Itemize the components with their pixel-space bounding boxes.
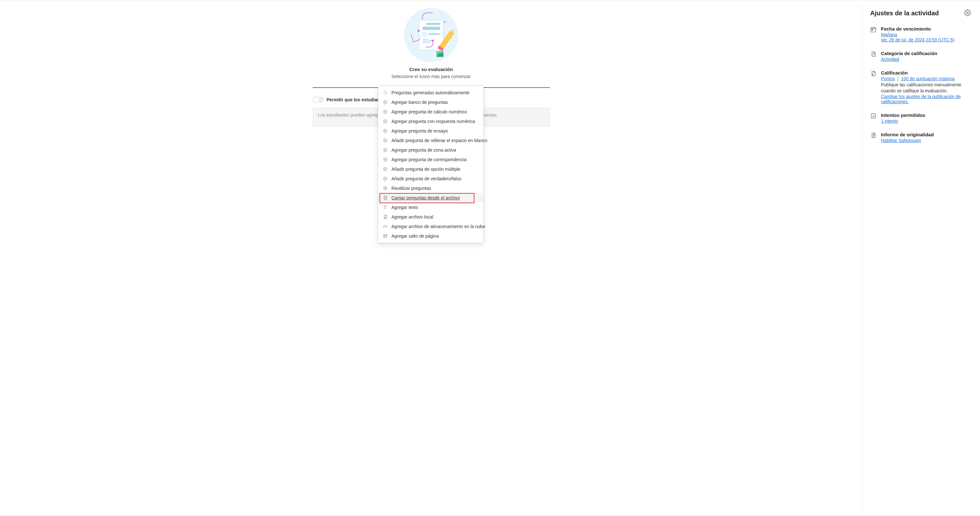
- menu-item-label: Agregar pregunta de cálculo numérico: [391, 109, 467, 114]
- plus-circle-icon: [383, 138, 388, 143]
- menu-item-label: Preguntas generadas automáticamente: [391, 90, 469, 95]
- menu-item-label: Agregar pregunta de zona activa: [391, 148, 456, 153]
- svg-point-11: [967, 12, 969, 14]
- content-area: ✓ Permitir que los estudiantes agreguen …: [313, 87, 550, 127]
- menu-item-tf[interactable]: Añadir pregunta de verdadero/falso: [378, 174, 483, 183]
- attempts-section: Intentos permitidos 1 intento: [870, 112, 971, 124]
- menu-item-hotspot[interactable]: Agregar pregunta de zona activa: [378, 145, 483, 155]
- menu-item-label: Agregar salto de página: [391, 234, 439, 239]
- cloud-icon: [383, 224, 388, 229]
- due-date-full-link[interactable]: vie. 26 de jul. de 2024 23:59 (UTC-5): [881, 37, 954, 42]
- due-date-label: Fecha de vencimiento: [881, 26, 971, 32]
- menu-item-pagebreak[interactable]: Agregar salto de página: [378, 231, 483, 241]
- menu-item-cloudfile[interactable]: Agregar archivo de almacenamiento en la …: [378, 222, 483, 231]
- menu-item-label: Añadir pregunta de verdadero/falso: [391, 176, 461, 181]
- text-icon: [383, 205, 388, 210]
- main-area: Abc Cree su evaluación Seleccione el íco…: [0, 3, 862, 516]
- menu-item-localfile[interactable]: Agregar archivo local: [378, 212, 483, 222]
- menu-item-label: Cargar preguntas desde el archivo: [391, 195, 460, 200]
- grading-max-link[interactable]: 100 de puntuación máxima: [901, 76, 955, 81]
- hero-title: Cree su evaluación: [409, 67, 453, 72]
- grading-icon: [870, 70, 877, 104]
- sparkle-icon: [383, 90, 388, 95]
- plus-circle-icon: [383, 119, 388, 124]
- add-question-menu: Preguntas generadas automáticamenteAgreg…: [378, 86, 484, 243]
- svg-rect-12: [871, 28, 876, 32]
- due-date-section: Fecha de vencimiento Mañana vie. 26 de j…: [870, 26, 971, 42]
- file-up-icon: [383, 195, 388, 200]
- plus-circle-icon: [383, 157, 388, 162]
- plus-circle-icon: [383, 167, 388, 172]
- grade-category-link[interactable]: Actividad: [881, 57, 899, 62]
- plus-circle-icon: [383, 109, 388, 114]
- grading-note: Publique las calificaciones manualmente …: [881, 82, 971, 94]
- menu-item-label: Agregar archivo local: [391, 214, 434, 220]
- grade-category-section: Categoría de calificación Actividad: [870, 51, 971, 62]
- hero-illustration: Abc: [404, 8, 458, 62]
- menu-item-auto[interactable]: Preguntas generadas automáticamente: [378, 88, 483, 97]
- page-root: Abc Cree su evaluación Seleccione el íco…: [0, 0, 980, 516]
- settings-gear-button[interactable]: [964, 9, 971, 17]
- svg-rect-14: [871, 114, 875, 118]
- originality-section: Informe de originalidad Habilitar SafeAs…: [870, 132, 971, 143]
- attempts-link[interactable]: 1 intento: [881, 118, 898, 124]
- menu-item-numcalc[interactable]: Agregar pregunta de cálculo numérico: [378, 107, 483, 116]
- originality-link[interactable]: Habilitar SafeAssign: [881, 138, 921, 143]
- plus-circle-icon: [383, 148, 388, 153]
- hero-subtitle: Seleccione el ícono más para comenzar: [391, 74, 471, 79]
- menu-item-bank[interactable]: Agregar banco de preguntas: [378, 97, 483, 107]
- sidebar-title: Ajustes de la actividad: [870, 10, 939, 17]
- pipe-separator: |: [897, 76, 899, 81]
- menu-item-upload[interactable]: Cargar preguntas desde el archivo: [378, 193, 483, 202]
- menu-item-label: Agregar archivo de almacenamiento en la …: [391, 224, 485, 229]
- due-date-relative-link[interactable]: Mañana: [881, 32, 897, 37]
- plus-circle-icon: [383, 128, 388, 134]
- allow-students-toggle[interactable]: ✓: [313, 97, 323, 103]
- file-plus-icon: [383, 214, 388, 220]
- grading-change-link[interactable]: Cambiar los ajustes de la publicación de…: [881, 94, 961, 104]
- menu-item-label: Agregar banco de preguntas: [391, 100, 448, 105]
- image-thumb-icon: [436, 51, 444, 57]
- menu-item-label: Agregar pregunta de correspondencia: [391, 157, 467, 162]
- menu-item-match[interactable]: Agregar pregunta de correspondencia: [378, 155, 483, 164]
- menu-item-label: Agregar pregunta de ensayo: [391, 128, 448, 134]
- menu-item-label: Añadir pregunta de opción múltiple: [391, 167, 460, 172]
- menu-item-multi[interactable]: Añadir pregunta de opción múltiple: [378, 164, 483, 174]
- svg-rect-13: [872, 30, 873, 30]
- menu-item-label: Reutilizar preguntas: [391, 186, 431, 191]
- grade-category-label: Categoría de calificación: [881, 51, 971, 56]
- plus-circle-icon: [383, 176, 388, 181]
- report-icon: [870, 132, 877, 143]
- grading-points-link[interactable]: Puntos: [881, 76, 895, 81]
- menu-item-numresp[interactable]: Agregar pregunta con respuesta numérica: [378, 116, 483, 126]
- calendar-icon: [870, 26, 877, 42]
- gear-icon: [964, 9, 971, 16]
- menu-item-label: Agregar pregunta con respuesta numérica: [391, 119, 475, 124]
- plus-circle-icon: [383, 186, 388, 191]
- menu-item-fillblank[interactable]: Añadir pregunta de rellenar el espacio e…: [378, 136, 483, 145]
- activity-settings-sidebar: Ajustes de la actividad Fecha de vencimi…: [862, 3, 980, 516]
- attempts-label: Intentos permitidos: [881, 112, 971, 118]
- menu-item-label: Añadir pregunta de rellenar el espacio e…: [391, 138, 487, 143]
- grading-section: Calificación Puntos | 100 de puntuación …: [870, 70, 971, 104]
- check-icon: ✓: [318, 97, 323, 102]
- menu-item-label: Agregar texto: [391, 205, 418, 210]
- page-break-icon: [383, 234, 388, 239]
- menu-item-essay[interactable]: Agregar pregunta de ensayo: [378, 126, 483, 136]
- grading-label: Calificación: [881, 70, 971, 75]
- menu-item-text[interactable]: Agregar texto: [378, 202, 483, 212]
- checkbox-icon: [870, 112, 877, 124]
- plus-circle-icon: [383, 100, 388, 105]
- originality-label: Informe de originalidad: [881, 132, 971, 137]
- menu-item-reuse[interactable]: Reutilizar preguntas: [378, 183, 483, 193]
- sidebar-header: Ajustes de la actividad: [870, 9, 971, 17]
- document-icon: [870, 51, 877, 62]
